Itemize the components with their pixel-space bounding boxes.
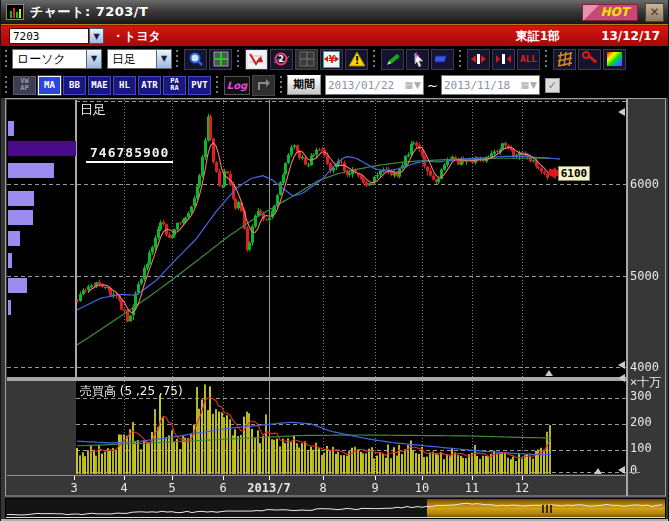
- chevron-down-icon[interactable]: ▼: [156, 50, 171, 68]
- indicator-hl-button[interactable]: HL: [113, 76, 136, 95]
- date-to-value: 2013/11/18: [444, 79, 520, 92]
- mesh-icon[interactable]: [553, 49, 576, 70]
- date-from-field[interactable]: 2013/01/22 ▦ ▼: [325, 75, 424, 95]
- main-toolbar: ローソク ▼ 日足 ▼ 2 ¥ ! + ALL: [1, 46, 669, 72]
- trend-arrow-icon[interactable]: [245, 49, 268, 70]
- date-to-field[interactable]: 2013/11/18 ▦ ▼: [441, 75, 540, 95]
- last-price-badge: 6100: [558, 166, 590, 181]
- symbol-code-input[interactable]: 7203: [9, 28, 89, 44]
- volume-pane-title: 売買高 (5 ,25 ,75): [80, 383, 183, 400]
- indicator-ma-button[interactable]: MA: [38, 76, 61, 95]
- toolbar-grip[interactable]: [458, 50, 463, 68]
- close-icon[interactable]: ✕: [645, 3, 664, 22]
- yen-compare-icon[interactable]: ¥: [320, 49, 343, 70]
- calendar-icon[interactable]: ▦: [520, 80, 529, 90]
- toolbar-grip[interactable]: [279, 76, 284, 94]
- widen-candles-icon[interactable]: [492, 49, 515, 70]
- indicator-vwap-button[interactable]: VWAP: [13, 76, 36, 95]
- alert-icon[interactable]: !: [345, 49, 368, 70]
- show-all-label: ALL: [520, 54, 536, 64]
- month-tick-label: 10: [415, 481, 429, 495]
- indicator-button-group: VWAPMABBMAEHLATRPARAPVT: [12, 76, 212, 95]
- indicator-toolbar: VWAPMABBMAEHLATRPARAPVT Log 期間 2013/01/2…: [1, 72, 669, 98]
- svg-text:+: +: [413, 51, 420, 60]
- period-checkbox[interactable]: ✓: [545, 78, 560, 93]
- hot-badge-label: HOT: [601, 5, 629, 19]
- timeframe-select[interactable]: 日足 ▼: [107, 49, 172, 69]
- zoom-icon[interactable]: [184, 49, 207, 70]
- palette-icon[interactable]: [603, 49, 626, 70]
- market-label: 東証1部: [516, 28, 560, 45]
- indicator-para-button[interactable]: PARA: [163, 76, 186, 95]
- grid-disabled-icon[interactable]: [295, 49, 318, 70]
- toolbar-grip[interactable]: [4, 76, 9, 94]
- indicator-mae-button[interactable]: MAE: [88, 76, 111, 95]
- timeframe-value: 日足: [108, 50, 156, 68]
- pane-title: 日足: [80, 101, 106, 119]
- month-tick-label: 4: [120, 481, 127, 495]
- volume-tick-label: 200: [630, 415, 652, 429]
- chevron-down-icon[interactable]: ▼: [89, 28, 104, 44]
- month-tick-label: 5: [168, 481, 175, 495]
- toolbar-grip[interactable]: [4, 50, 9, 68]
- period-button[interactable]: 期間: [287, 75, 321, 95]
- month-tick-label: 2013/7: [247, 481, 290, 495]
- svg-text:2: 2: [278, 55, 284, 64]
- hot-badge[interactable]: HOT: [582, 4, 638, 21]
- volume-tick-label: 100: [630, 441, 652, 455]
- toolbar-grip[interactable]: [544, 50, 549, 68]
- date-from-value: 2013/01/22: [328, 79, 404, 92]
- paste-disabled-icon[interactable]: [252, 75, 275, 96]
- second-chart-icon[interactable]: 2: [270, 49, 293, 70]
- toolbar-grip[interactable]: [236, 50, 241, 68]
- chevron-down-icon[interactable]: ▼: [414, 80, 421, 90]
- month-tick-label: 12: [515, 481, 529, 495]
- title-bar[interactable]: チャート: 7203/T HOT ✕: [1, 0, 669, 25]
- volume-tick-label: 300: [630, 389, 652, 403]
- show-all-button[interactable]: ALL: [517, 49, 540, 70]
- nav-grip[interactable]: [540, 502, 556, 515]
- narrow-candles-icon[interactable]: [467, 49, 490, 70]
- indicator-pvt-button[interactable]: PVT: [188, 76, 211, 95]
- date-range-separator: ~: [427, 78, 438, 93]
- toolbar-grip[interactable]: [215, 76, 220, 94]
- crosshair-grid-icon[interactable]: [209, 49, 232, 70]
- price-tick-label: 4000: [630, 360, 659, 374]
- toolbar-grip[interactable]: [175, 50, 180, 68]
- price-tick-label: 5000: [630, 269, 659, 283]
- svg-text:¥: ¥: [329, 54, 336, 65]
- chevron-down-icon[interactable]: ▼: [530, 80, 537, 90]
- chart-window: チャート: 7203/T HOT ✕ 7203 ▼ ・トヨタ 東証1部 13/1…: [0, 0, 669, 521]
- symbol-bar: 7203 ▼ ・トヨタ 東証1部 13/12/17: [1, 26, 669, 46]
- price-tick-label: 6000: [630, 177, 659, 191]
- symbol-name: ・トヨタ: [112, 28, 161, 45]
- window-title: チャート: 7203/T: [30, 3, 148, 21]
- pencil-icon[interactable]: [381, 49, 404, 70]
- month-tick-label: 6: [219, 481, 226, 495]
- month-tick-label: 11: [465, 481, 479, 495]
- chart-type-select[interactable]: ローソク ▼: [12, 49, 102, 69]
- app-icon: [6, 4, 24, 20]
- volume-tick-label: 0: [630, 463, 637, 477]
- indicator-bb-button[interactable]: BB: [63, 76, 86, 95]
- log-scale-button[interactable]: Log: [224, 76, 250, 95]
- calendar-icon[interactable]: ▦: [405, 80, 414, 90]
- eraser-icon[interactable]: [431, 49, 454, 70]
- chevron-down-icon[interactable]: ▼: [86, 50, 101, 68]
- max-volume-at-price-label: 746785900: [86, 145, 173, 163]
- select-arrow-icon[interactable]: +: [406, 49, 429, 70]
- quote-date: 13/12/17: [601, 29, 660, 43]
- wrench-icon[interactable]: [578, 49, 601, 70]
- chart-type-value: ローソク: [13, 50, 86, 68]
- month-tick-label: 8: [319, 481, 326, 495]
- month-tick-label: 3: [70, 481, 77, 495]
- svg-text:!: !: [354, 55, 359, 66]
- indicator-atr-button[interactable]: ATR: [138, 76, 161, 95]
- toolbar-grip[interactable]: [372, 50, 377, 68]
- month-tick-label: 9: [371, 481, 378, 495]
